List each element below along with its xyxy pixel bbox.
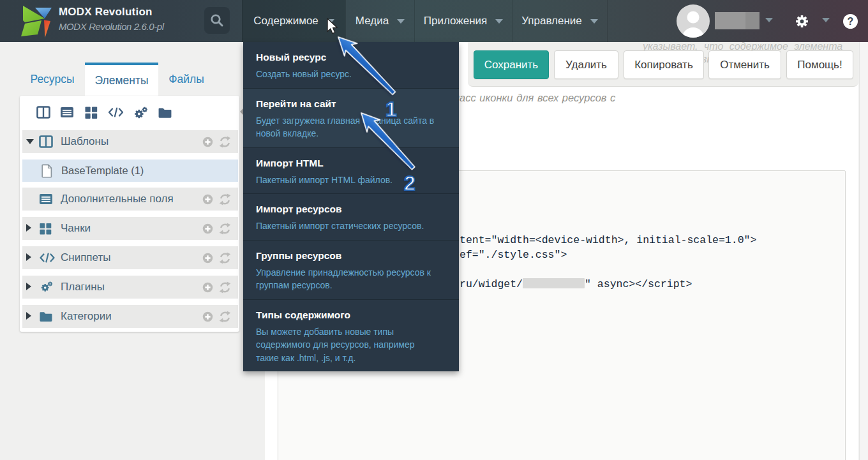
tree-row-chunks[interactable]: Чанки: [22, 217, 238, 240]
menu-option-import-resources[interactable]: Импорт ресурсов Пакетный импорт статичес…: [243, 194, 459, 241]
menu-option-resource-groups[interactable]: Группы ресурсов Управление принадлежност…: [243, 241, 459, 300]
annotation-step-1: 1: [385, 98, 397, 121]
menu-item-manage-label: Управление: [521, 15, 582, 27]
tree-row-label: Чанки: [61, 222, 91, 235]
app-title: MODX Revolution: [59, 6, 164, 19]
help-icon[interactable]: ?: [843, 14, 858, 29]
menu-option-desc: Пакетный импорт статических ресурсов.: [256, 219, 446, 233]
list-icon: [39, 192, 53, 206]
username-redacted[interactable]: [715, 12, 760, 29]
caret-right-icon[interactable]: [26, 253, 31, 261]
tab-files[interactable]: Файлы: [158, 63, 214, 96]
list-icon[interactable]: [60, 105, 74, 119]
folder-icon[interactable]: [158, 105, 172, 120]
tab-elements[interactable]: Элементы: [85, 63, 158, 96]
user-menu-chevron-icon[interactable]: [765, 18, 773, 22]
add-icon[interactable]: [202, 194, 213, 205]
tree-row-label: BaseTemplate (1): [61, 165, 144, 177]
help-button[interactable]: Помощь!: [786, 50, 853, 79]
columns-icon: [39, 135, 53, 149]
menu-option-content-types[interactable]: Типы содержимого Вы можете добавить новы…: [243, 300, 459, 372]
menu-item-content-label: Содержимое: [253, 15, 318, 27]
tab-resources[interactable]: Ресурсы: [20, 63, 85, 96]
menu-item-apps[interactable]: Приложения: [414, 0, 512, 42]
save-button[interactable]: Сохранить: [474, 50, 549, 79]
menu-option-title: Новый ресурс: [256, 51, 446, 64]
annotation-step-2: 2: [404, 172, 415, 195]
settings-chevron-icon[interactable]: [822, 18, 830, 22]
user-avatar[interactable]: [677, 4, 710, 38]
menu-option-title: Импорт ресурсов: [256, 203, 446, 216]
tree-row-basetemplate[interactable]: BaseTemplate (1): [22, 160, 238, 182]
code-line: ru/widget/" async></script>: [460, 278, 692, 290]
menu-option-title: Типы содержимого: [256, 309, 446, 322]
refresh-icon[interactable]: [219, 281, 231, 293]
menu-item-manage[interactable]: Управление: [512, 0, 608, 42]
tree-row-tvs[interactable]: Дополнительные поля: [22, 188, 238, 211]
tree-row-label: Сниппеты: [61, 251, 110, 264]
delete-button[interactable]: Удалить: [554, 50, 618, 79]
action-toolbar: Сохранить Удалить Копировать Отменить По…: [468, 42, 858, 87]
main-menu: Содержимое Медиа Приложения Управление: [242, 0, 608, 42]
cancel-button[interactable]: Отменить: [708, 50, 781, 79]
caret-right-icon[interactable]: [26, 312, 31, 320]
code-icon[interactable]: [107, 105, 124, 119]
chevron-down-icon: [590, 19, 598, 24]
menu-item-media[interactable]: Медиа: [345, 0, 414, 42]
tree-row-plugins[interactable]: Плагины: [22, 276, 238, 299]
caret-right-icon[interactable]: [26, 283, 31, 290]
refresh-icon[interactable]: [219, 252, 231, 264]
content-dropdown-menu: Новый ресурс Создать новый ресурс. Перей…: [243, 42, 459, 371]
blocks-icon[interactable]: [84, 105, 98, 119]
refresh-icon[interactable]: [219, 223, 231, 235]
menu-item-media-label: Медиа: [355, 15, 389, 27]
tree-row-label: Категории: [61, 310, 112, 323]
add-icon[interactable]: [202, 137, 213, 147]
add-icon[interactable]: [202, 311, 213, 322]
menu-option-title: Группы ресурсов: [256, 249, 446, 262]
menu-option-import-html[interactable]: Импорт HTML Пакетный импорт HTML файлов.: [243, 148, 459, 195]
refresh-icon[interactable]: [219, 311, 231, 323]
gears-icon: [39, 280, 54, 294]
menu-item-content[interactable]: Содержимое: [242, 0, 345, 42]
tree-row-snippets[interactable]: Сниппеты: [22, 246, 238, 269]
page-scrollbar[interactable]: [859, 42, 868, 460]
menu-option-desc: Пакетный импорт HTML файлов.: [256, 174, 446, 187]
add-icon[interactable]: [202, 253, 213, 263]
columns-icon[interactable]: [36, 105, 50, 119]
add-icon[interactable]: [202, 223, 213, 234]
code-icon: [39, 251, 56, 265]
field-description-text: класс иконки для всех ресурсов с: [449, 92, 615, 104]
file-icon: [41, 164, 53, 178]
menu-option-new-resource[interactable]: Новый ресурс Создать новый ресурс.: [243, 42, 459, 89]
chevron-down-icon: [495, 19, 503, 24]
copy-button[interactable]: Копировать: [624, 50, 704, 79]
caret-down-icon[interactable]: [26, 139, 34, 144]
brand: MODX Revolution MODX Revolution 2.6.0-pl: [59, 6, 164, 32]
tree-row-templates[interactable]: Шаблоны: [22, 130, 238, 153]
menu-option-desc: Управление принадлежностью ресурсов к гр…: [256, 266, 446, 292]
redacted-code-box: [523, 278, 585, 288]
refresh-icon[interactable]: [219, 193, 231, 205]
modx-logo[interactable]: [20, 4, 54, 38]
add-icon[interactable]: [202, 282, 213, 293]
folder-icon: [39, 309, 53, 323]
code-line: tent="width=<device-width>, initial-scal…: [460, 234, 756, 246]
gears-icon[interactable]: [133, 105, 149, 121]
left-sidebar: Ресурсы Элементы Файлы Шаблоны BaseTempl…: [0, 42, 265, 460]
elements-tree-panel: Шаблоны BaseTemplate (1) Дополнительные …: [20, 96, 239, 332]
caret-right-icon[interactable]: [26, 224, 31, 232]
settings-gear-icon[interactable]: [793, 13, 811, 30]
tree-toolbar: [20, 96, 239, 130]
top-header-bar: MODX Revolution MODX Revolution 2.6.0-pl…: [0, 0, 868, 42]
menu-option-desc: Будет загружена главная страница сайта в…: [256, 114, 446, 140]
search-button[interactable]: [204, 7, 230, 34]
blocks-icon: [39, 221, 52, 235]
menu-option-desc: Вы можете добавить новые типы содержимог…: [256, 325, 430, 365]
tree-row-categories[interactable]: Категории: [22, 305, 238, 328]
code-line: ef="./style.css">: [460, 249, 567, 261]
tree-row-label: Дополнительные поля: [61, 193, 174, 205]
menu-option-goto-site[interactable]: Перейти на сайт Будет загружена главная …: [243, 89, 459, 148]
refresh-icon[interactable]: [219, 136, 231, 148]
menu-option-title: Перейти на сайт: [256, 98, 446, 110]
